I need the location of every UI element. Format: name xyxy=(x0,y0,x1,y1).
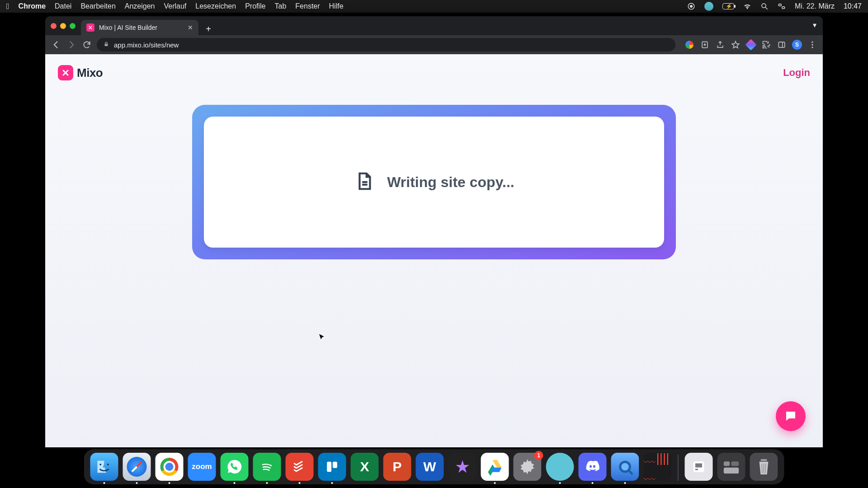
menu-lesezeichen[interactable]: Lesezeichen xyxy=(195,2,236,10)
login-link[interactable]: Login xyxy=(783,67,810,79)
svg-rect-19 xyxy=(327,462,331,472)
window-maximize-button[interactable] xyxy=(70,23,75,29)
lock-icon xyxy=(103,41,109,49)
control-center-icon[interactable] xyxy=(778,2,786,10)
dock-trash[interactable] xyxy=(750,453,778,481)
dock-trello[interactable] xyxy=(318,453,346,481)
svg-point-23 xyxy=(621,463,629,471)
menu-anzeigen[interactable]: Anzeigen xyxy=(125,2,155,10)
address-bar[interactable]: app.mixo.io/sites/new xyxy=(97,38,675,52)
share-icon[interactable] xyxy=(715,40,725,50)
bookmark-star-icon[interactable] xyxy=(731,40,741,50)
mixo-logo[interactable]: Mixo xyxy=(58,65,103,80)
sidepanel-icon[interactable] xyxy=(777,40,787,50)
svg-rect-27 xyxy=(724,461,730,466)
svg-rect-26 xyxy=(695,469,698,470)
menu-fenster[interactable]: Fenster xyxy=(295,2,320,10)
mac-menubar:  Chrome Datei Bearbeiten Anzeigen Verla… xyxy=(0,0,868,13)
dock-zoom[interactable]: zoom xyxy=(188,453,216,481)
search-icon[interactable] xyxy=(760,2,769,10)
svg-point-12 xyxy=(811,47,813,48)
back-button[interactable] xyxy=(51,39,61,50)
dock-quicktime[interactable] xyxy=(611,453,639,481)
dock-app-teal[interactable] xyxy=(546,453,574,481)
menu-hilfe[interactable]: Hilfe xyxy=(329,2,344,10)
battery-icon[interactable]: ⚡ xyxy=(722,3,734,9)
loading-status-text: Writing site copy... xyxy=(387,174,514,191)
menubar-app-name[interactable]: Chrome xyxy=(19,2,46,10)
svg-rect-30 xyxy=(760,459,767,461)
menu-tab[interactable]: Tab xyxy=(275,2,287,10)
window-minimize-button[interactable] xyxy=(60,23,66,29)
svg-rect-20 xyxy=(333,462,337,468)
dock-spotify[interactable] xyxy=(253,453,281,481)
svg-point-10 xyxy=(811,42,813,43)
svg-rect-29 xyxy=(724,468,739,474)
menubar-date[interactable]: Mi. 22. März xyxy=(795,2,835,10)
dock-powerpoint[interactable]: P xyxy=(383,453,411,481)
dock-settings[interactable]: 1 xyxy=(514,453,542,481)
svg-point-16 xyxy=(99,464,101,465)
browser-toolbar: app.mixo.io/sites/new S xyxy=(45,35,823,54)
reload-button[interactable] xyxy=(81,39,92,50)
svg-rect-4 xyxy=(778,4,781,6)
chat-fab-button[interactable] xyxy=(776,401,806,431)
svg-rect-8 xyxy=(778,42,784,47)
mixo-mark-icon xyxy=(58,65,73,80)
svg-point-1 xyxy=(690,5,693,8)
dock: zoom X P W ★ 1 ﹏||||﹏ xyxy=(84,449,784,484)
svg-point-2 xyxy=(762,4,766,8)
extension-diamond-icon[interactable] xyxy=(746,40,756,50)
tab-favicon-icon xyxy=(86,23,94,32)
install-app-icon[interactable] xyxy=(700,40,710,50)
svg-rect-25 xyxy=(695,464,702,468)
svg-rect-5 xyxy=(782,7,785,9)
dock-finder[interactable] xyxy=(90,453,118,481)
menubar-user-icon[interactable] xyxy=(704,2,713,11)
dock-imovie[interactable]: ★ xyxy=(448,453,476,481)
menu-datei[interactable]: Datei xyxy=(55,2,71,10)
extensions-puzzle-icon[interactable] xyxy=(761,40,771,50)
dock-app-generic[interactable] xyxy=(685,453,713,481)
menu-profile[interactable]: Profile xyxy=(245,2,265,10)
dock-todoist[interactable] xyxy=(286,453,314,481)
cursor-icon xyxy=(318,333,326,343)
new-tab-button[interactable]: + xyxy=(202,23,215,35)
document-icon xyxy=(354,171,374,193)
svg-rect-6 xyxy=(105,43,108,46)
dock-excel[interactable]: X xyxy=(351,453,379,481)
settings-badge: 1 xyxy=(534,451,543,460)
menubar-time[interactable]: 10:47 xyxy=(844,2,862,10)
google-service-icon[interactable] xyxy=(684,40,694,50)
dock-chrome[interactable] xyxy=(156,453,184,481)
browser-tab[interactable]: Mixo | AI Site Builder ✕ xyxy=(81,20,198,35)
dock-folder[interactable] xyxy=(717,453,745,481)
dock-discord[interactable] xyxy=(579,453,607,481)
svg-rect-28 xyxy=(731,461,739,466)
svg-line-31 xyxy=(762,464,762,473)
svg-point-17 xyxy=(107,464,109,465)
menu-verlauf[interactable]: Verlauf xyxy=(164,2,187,10)
menu-bearbeiten[interactable]: Bearbeiten xyxy=(80,2,115,10)
wifi-icon[interactable] xyxy=(743,2,751,10)
chrome-menu-icon[interactable] xyxy=(807,40,817,50)
loading-card: Writing site copy... xyxy=(192,105,676,259)
forward-button[interactable] xyxy=(66,39,77,50)
tab-strip: Mixo | AI Site Builder ✕ + ▾ xyxy=(45,16,823,35)
tab-title: Mixo | AI Site Builder xyxy=(99,24,157,31)
dock-whatsapp[interactable] xyxy=(221,453,249,481)
tab-close-icon[interactable]: ✕ xyxy=(188,24,193,31)
dock-word[interactable]: W xyxy=(416,453,444,481)
page-content: Mixo Login Writing site copy... xyxy=(45,54,823,447)
svg-point-11 xyxy=(811,44,813,45)
dock-gdrive[interactable] xyxy=(481,453,509,481)
mixo-wordmark: Mixo xyxy=(77,66,103,80)
dock-safari[interactable] xyxy=(123,453,151,481)
profile-avatar[interactable]: S xyxy=(792,40,802,50)
dock-voicememos[interactable]: ﹏||||﹏ xyxy=(644,453,672,481)
record-icon[interactable] xyxy=(687,2,695,10)
apple-menu-icon[interactable]:  xyxy=(6,2,9,11)
browser-window: Mixo | AI Site Builder ✕ + ▾ app.mixo.io… xyxy=(45,16,823,447)
tabs-dropdown-icon[interactable]: ▾ xyxy=(813,21,816,29)
window-close-button[interactable] xyxy=(51,23,57,29)
